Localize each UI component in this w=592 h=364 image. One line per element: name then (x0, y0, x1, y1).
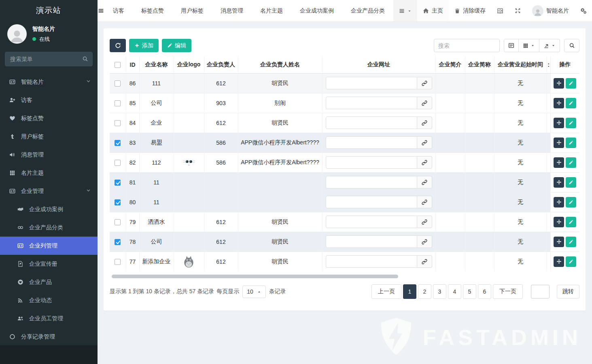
page-button-1[interactable]: 1 (403, 284, 416, 299)
home-tab[interactable]: 主页 (417, 0, 449, 21)
move-row-button[interactable] (554, 177, 564, 188)
link-button[interactable] (417, 255, 432, 268)
sidebar-item-14[interactable]: 分享记录管理 (0, 328, 98, 346)
navbar-tab-3[interactable]: 消息管理 (212, 0, 252, 21)
row-checkbox[interactable] (115, 80, 121, 87)
row-checkbox[interactable] (115, 259, 121, 265)
edit-row-button[interactable] (566, 118, 576, 128)
refresh-button[interactable] (110, 39, 126, 52)
prev-page-button[interactable]: 上一页 (371, 284, 401, 299)
row-checkbox[interactable] (115, 219, 121, 225)
navbar-tab-6[interactable]: 企业产品分类 (342, 0, 393, 21)
move-row-button[interactable] (554, 237, 564, 247)
link-button[interactable] (417, 196, 432, 208)
navbar-tab-2[interactable]: 用户标签 (172, 0, 212, 21)
move-row-button[interactable] (554, 256, 564, 267)
row-checkbox[interactable] (115, 180, 121, 186)
url-input[interactable] (326, 156, 417, 169)
sidebar-item-2[interactable]: 标签点赞 (0, 109, 98, 127)
move-row-button[interactable] (554, 197, 564, 207)
url-input[interactable] (326, 176, 417, 188)
row-checkbox[interactable] (115, 199, 121, 205)
sidebar-item-10[interactable]: 企业宣传册 (0, 255, 98, 273)
next-page-button[interactable]: 下一页 (493, 284, 523, 299)
sidebar-toggle-button[interactable] (98, 0, 104, 21)
sidebar-item-4[interactable]: 消息管理 (0, 146, 98, 164)
url-input[interactable] (326, 196, 417, 208)
link-button[interactable] (417, 97, 432, 109)
move-row-button[interactable] (554, 118, 564, 128)
url-input[interactable] (326, 216, 417, 228)
page-size-dropdown[interactable]: 10 (242, 286, 266, 298)
clear-cache-button[interactable]: 清除缓存 (449, 0, 491, 21)
sidebar-item-6[interactable]: 企业管理 (0, 182, 98, 200)
page-button-6[interactable]: 6 (478, 284, 491, 299)
edit-row-button[interactable] (566, 138, 576, 148)
sidebar-search-input[interactable] (5, 52, 93, 66)
page-button-5[interactable]: 5 (463, 284, 476, 299)
url-input[interactable] (326, 77, 417, 89)
sidebar-item-9[interactable]: 企业列管理 (0, 237, 98, 255)
navbar-tab-1[interactable]: 标签点赞 (133, 0, 172, 21)
navbar-tab-4[interactable]: 名片主题 (252, 0, 291, 21)
url-input[interactable] (326, 235, 417, 248)
link-button[interactable] (417, 235, 432, 248)
link-button[interactable] (417, 176, 432, 188)
link-button[interactable] (417, 116, 432, 129)
row-checkbox[interactable] (115, 100, 121, 106)
jump-button[interactable]: 跳转 (557, 285, 579, 298)
page-button-3[interactable]: 3 (433, 284, 446, 299)
tabs-dropdown-button[interactable] (393, 0, 417, 21)
edit-row-button[interactable] (566, 217, 576, 227)
edit-row-button[interactable] (566, 177, 576, 188)
jump-page-input[interactable] (531, 285, 550, 298)
toggle-view-button[interactable] (504, 39, 519, 52)
search-submit-button[interactable] (564, 39, 579, 52)
url-input[interactable] (326, 136, 417, 149)
edit-row-button[interactable] (566, 78, 576, 89)
edit-row-button[interactable] (566, 197, 576, 207)
move-row-button[interactable] (554, 157, 564, 168)
page-button-4[interactable]: 4 (448, 284, 461, 299)
user-menu[interactable]: 智能名片 (526, 0, 575, 21)
url-input[interactable] (326, 97, 417, 109)
edit-row-button[interactable] (566, 98, 576, 108)
edit-row-button[interactable] (566, 157, 576, 168)
settings-button[interactable] (575, 0, 592, 21)
move-row-button[interactable] (554, 138, 564, 148)
sidebar-item-3[interactable]: 用户标签 (0, 127, 98, 146)
row-checkbox[interactable] (115, 120, 121, 126)
sidebar-item-8[interactable]: 企业产品分类 (0, 218, 98, 237)
fullscreen-button[interactable] (509, 0, 526, 21)
sidebar-item-11[interactable]: 企业产品 (0, 273, 98, 291)
edit-row-button[interactable] (566, 237, 576, 247)
sidebar-item-5[interactable]: 名片主题 (0, 164, 98, 182)
move-row-button[interactable] (554, 98, 564, 108)
sidebar-item-1[interactable]: 访客 (0, 91, 98, 109)
url-input[interactable] (326, 255, 417, 268)
edit-button[interactable]: 编辑 (162, 39, 191, 52)
sidebar-item-0[interactable]: 智能名片 (0, 73, 98, 91)
sidebar-item-13[interactable]: 企业员工管理 (0, 309, 98, 328)
export-button[interactable] (539, 39, 560, 52)
row-checkbox[interactable] (115, 239, 121, 245)
columns-button[interactable] (519, 39, 539, 52)
scrollbar-thumb[interactable] (112, 275, 398, 278)
move-row-button[interactable] (554, 217, 564, 227)
sidebar-item-7[interactable]: 企业成功案例 (0, 200, 98, 218)
move-row-button[interactable] (554, 78, 564, 89)
add-button[interactable]: 添加 (129, 39, 159, 52)
table-search-input[interactable] (434, 39, 500, 52)
navbar-tab-0[interactable]: 访客 (104, 0, 133, 21)
link-button[interactable] (417, 156, 432, 169)
select-all-checkbox[interactable] (115, 62, 121, 68)
navbar-tab-5[interactable]: 企业成功案例 (291, 0, 342, 21)
row-checkbox[interactable] (115, 140, 121, 146)
link-button[interactable] (417, 216, 432, 228)
language-button[interactable] (491, 0, 509, 21)
page-button-2[interactable]: 2 (418, 284, 431, 299)
link-button[interactable] (417, 136, 432, 149)
edit-row-button[interactable] (566, 256, 576, 267)
row-checkbox[interactable] (115, 160, 121, 166)
link-button[interactable] (417, 77, 432, 89)
